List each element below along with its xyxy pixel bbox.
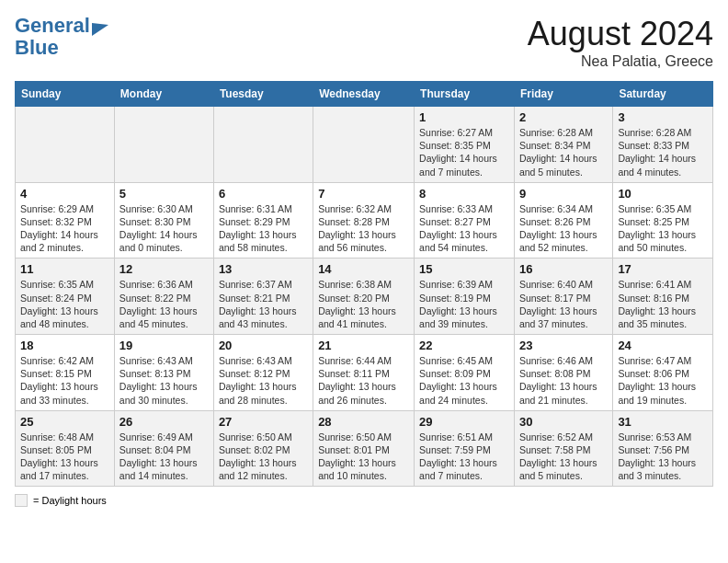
day-info: Sunrise: 6:32 AM Sunset: 8:28 PM Dayligh…	[318, 202, 409, 255]
day-info: Sunrise: 6:33 AM Sunset: 8:27 PM Dayligh…	[419, 202, 509, 255]
month-title: August 2024	[528, 15, 713, 53]
calendar-cell	[213, 107, 313, 183]
day-info: Sunrise: 6:53 AM Sunset: 7:56 PM Dayligh…	[618, 431, 708, 483]
day-number: 10	[618, 187, 708, 201]
day-info: Sunrise: 6:36 AM Sunset: 8:22 PM Dayligh…	[119, 278, 209, 330]
day-info: Sunrise: 6:52 AM Sunset: 7:58 PM Dayligh…	[519, 431, 608, 483]
day-info: Sunrise: 6:48 AM Sunset: 8:05 PM Dayligh…	[20, 431, 109, 483]
title-block: August 2024 Nea Palatia, Greece	[528, 15, 713, 70]
calendar-cell: 4Sunrise: 6:29 AM Sunset: 8:32 PM Daylig…	[16, 182, 115, 259]
calendar-cell: 15Sunrise: 6:39 AM Sunset: 8:19 PM Dayli…	[415, 259, 515, 335]
day-number: 5	[119, 187, 209, 201]
day-number: 7	[318, 187, 409, 201]
calendar-cell: 24Sunrise: 6:47 AM Sunset: 8:06 PM Dayli…	[613, 335, 713, 411]
calendar-week-row: 4Sunrise: 6:29 AM Sunset: 8:32 PM Daylig…	[16, 182, 713, 259]
calendar-cell: 26Sunrise: 6:49 AM Sunset: 8:04 PM Dayli…	[114, 410, 213, 487]
day-info: Sunrise: 6:50 AM Sunset: 8:01 PM Dayligh…	[318, 431, 409, 483]
day-number: 22	[419, 339, 509, 352]
page-header: General Blue August 2024 Nea Palatia, Gr…	[15, 15, 713, 70]
day-number: 20	[219, 339, 308, 352]
legend-label: = Daylight hours	[33, 495, 107, 506]
calendar-cell: 8Sunrise: 6:33 AM Sunset: 8:27 PM Daylig…	[415, 182, 515, 259]
day-number: 11	[20, 262, 109, 276]
svg-marker-0	[92, 23, 108, 36]
calendar-cell: 28Sunrise: 6:50 AM Sunset: 8:01 PM Dayli…	[313, 410, 415, 487]
calendar-cell: 13Sunrise: 6:37 AM Sunset: 8:21 PM Dayli…	[213, 259, 313, 335]
day-number: 13	[219, 262, 308, 276]
dow-header: Thursday	[415, 82, 515, 107]
dow-header: Monday	[114, 82, 213, 107]
calendar-week-row: 25Sunrise: 6:48 AM Sunset: 8:05 PM Dayli…	[16, 410, 713, 487]
dow-header: Friday	[514, 82, 612, 107]
calendar-cell	[313, 107, 415, 183]
day-info: Sunrise: 6:41 AM Sunset: 8:16 PM Dayligh…	[618, 278, 708, 330]
logo-bird-icon	[92, 16, 108, 36]
day-info: Sunrise: 6:31 AM Sunset: 8:29 PM Dayligh…	[219, 202, 308, 255]
day-info: Sunrise: 6:39 AM Sunset: 8:19 PM Dayligh…	[419, 278, 509, 330]
calendar-week-row: 18Sunrise: 6:42 AM Sunset: 8:15 PM Dayli…	[16, 335, 713, 411]
calendar-cell: 25Sunrise: 6:48 AM Sunset: 8:05 PM Dayli…	[16, 410, 115, 487]
logo: General Blue	[15, 15, 108, 59]
day-info: Sunrise: 6:30 AM Sunset: 8:30 PM Dayligh…	[119, 202, 209, 255]
day-info: Sunrise: 6:43 AM Sunset: 8:13 PM Dayligh…	[119, 354, 209, 407]
calendar-cell: 14Sunrise: 6:38 AM Sunset: 8:20 PM Dayli…	[313, 259, 415, 335]
calendar-cell: 5Sunrise: 6:30 AM Sunset: 8:30 PM Daylig…	[114, 182, 213, 259]
calendar-cell	[114, 107, 213, 183]
day-number: 8	[419, 187, 509, 201]
dow-header: Saturday	[613, 82, 713, 107]
calendar-cell: 16Sunrise: 6:40 AM Sunset: 8:17 PM Dayli…	[514, 259, 612, 335]
logo-text: General	[15, 15, 90, 37]
calendar-cell: 20Sunrise: 6:43 AM Sunset: 8:12 PM Dayli…	[213, 335, 313, 411]
calendar-body: 1Sunrise: 6:27 AM Sunset: 8:35 PM Daylig…	[16, 107, 713, 487]
calendar-cell: 18Sunrise: 6:42 AM Sunset: 8:15 PM Dayli…	[16, 335, 115, 411]
legend: = Daylight hours	[15, 494, 713, 507]
day-info: Sunrise: 6:27 AM Sunset: 8:35 PM Dayligh…	[419, 126, 509, 178]
day-number: 30	[519, 415, 608, 429]
day-number: 6	[219, 187, 308, 201]
day-number: 27	[219, 415, 308, 429]
day-number: 2	[519, 110, 608, 124]
dow-header: Wednesday	[313, 82, 415, 107]
day-number: 19	[119, 339, 209, 352]
calendar-cell: 22Sunrise: 6:45 AM Sunset: 8:09 PM Dayli…	[415, 335, 515, 411]
day-info: Sunrise: 6:49 AM Sunset: 8:04 PM Dayligh…	[119, 431, 209, 483]
calendar-cell: 17Sunrise: 6:41 AM Sunset: 8:16 PM Dayli…	[613, 259, 713, 335]
day-info: Sunrise: 6:29 AM Sunset: 8:32 PM Dayligh…	[20, 202, 109, 255]
dow-header: Tuesday	[213, 82, 313, 107]
day-info: Sunrise: 6:44 AM Sunset: 8:11 PM Dayligh…	[318, 354, 409, 407]
calendar-cell: 19Sunrise: 6:43 AM Sunset: 8:13 PM Dayli…	[114, 335, 213, 411]
calendar-cell: 6Sunrise: 6:31 AM Sunset: 8:29 PM Daylig…	[213, 182, 313, 259]
logo-blue-text: Blue	[15, 37, 59, 59]
day-number: 16	[519, 262, 608, 276]
calendar-cell: 31Sunrise: 6:53 AM Sunset: 7:56 PM Dayli…	[613, 410, 713, 487]
day-number: 29	[419, 415, 509, 429]
calendar-cell: 1Sunrise: 6:27 AM Sunset: 8:35 PM Daylig…	[415, 107, 515, 183]
day-info: Sunrise: 6:45 AM Sunset: 8:09 PM Dayligh…	[419, 354, 509, 407]
day-info: Sunrise: 6:37 AM Sunset: 8:21 PM Dayligh…	[219, 278, 308, 330]
calendar-cell: 12Sunrise: 6:36 AM Sunset: 8:22 PM Dayli…	[114, 259, 213, 335]
day-info: Sunrise: 6:35 AM Sunset: 8:25 PM Dayligh…	[618, 202, 708, 255]
calendar-cell: 10Sunrise: 6:35 AM Sunset: 8:25 PM Dayli…	[613, 182, 713, 259]
day-info: Sunrise: 6:40 AM Sunset: 8:17 PM Dayligh…	[519, 278, 608, 330]
calendar-cell: 29Sunrise: 6:51 AM Sunset: 7:59 PM Dayli…	[415, 410, 515, 487]
day-number: 26	[119, 415, 209, 429]
location: Nea Palatia, Greece	[528, 53, 713, 70]
dow-header: Sunday	[16, 82, 115, 107]
day-info: Sunrise: 6:38 AM Sunset: 8:20 PM Dayligh…	[318, 278, 409, 330]
day-info: Sunrise: 6:28 AM Sunset: 8:34 PM Dayligh…	[519, 126, 608, 178]
day-info: Sunrise: 6:43 AM Sunset: 8:12 PM Dayligh…	[219, 354, 308, 407]
calendar-cell: 21Sunrise: 6:44 AM Sunset: 8:11 PM Dayli…	[313, 335, 415, 411]
day-number: 24	[618, 339, 708, 352]
day-info: Sunrise: 6:47 AM Sunset: 8:06 PM Dayligh…	[618, 354, 708, 407]
day-number: 28	[318, 415, 409, 429]
day-number: 25	[20, 415, 109, 429]
day-number: 31	[618, 415, 708, 429]
days-of-week-row: SundayMondayTuesdayWednesdayThursdayFrid…	[16, 82, 713, 107]
day-number: 9	[519, 187, 608, 201]
calendar-cell: 27Sunrise: 6:50 AM Sunset: 8:02 PM Dayli…	[213, 410, 313, 487]
calendar-cell: 23Sunrise: 6:46 AM Sunset: 8:08 PM Dayli…	[514, 335, 612, 411]
day-number: 12	[119, 262, 209, 276]
day-number: 14	[318, 262, 409, 276]
day-number: 3	[618, 110, 708, 124]
day-number: 15	[419, 262, 509, 276]
